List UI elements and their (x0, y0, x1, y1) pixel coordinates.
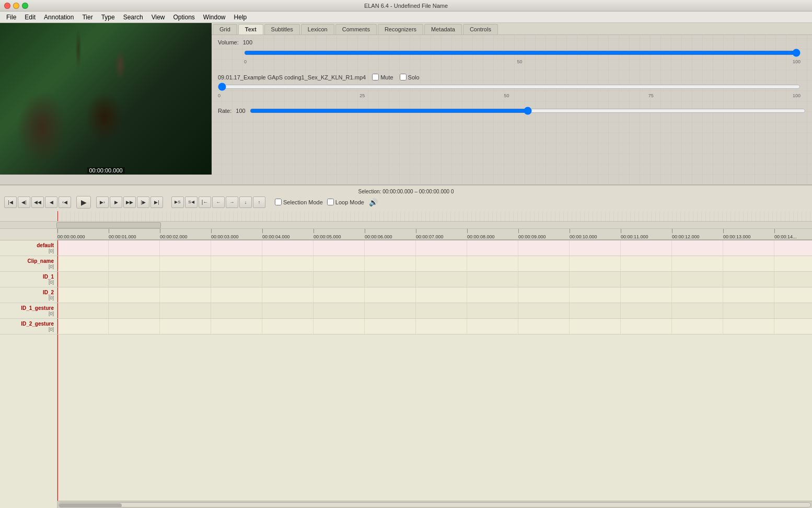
loop-mode-checkbox[interactable] (327, 199, 334, 205)
go-to-start-button[interactable]: |◀ (4, 197, 17, 208)
track-row-id1[interactable] (57, 272, 812, 287)
rate-slider[interactable] (250, 107, 806, 115)
tab-controls[interactable]: Controls (463, 24, 498, 34)
tick-label-2: 00:00:02.000 (160, 234, 188, 239)
timeline-main: default [0] Clip_name [0] ID_1 [0] ID_2 … (0, 229, 812, 508)
time-tick-7: 00:00:07.000 (416, 229, 444, 239)
media-volume-slider[interactable] (218, 83, 801, 91)
menu-item-options[interactable]: Options (169, 13, 199, 22)
tick-line-4 (262, 229, 263, 233)
track-row-default[interactable] (57, 240, 812, 256)
vol-tick-100: 100 (793, 59, 801, 64)
menu-item-file[interactable]: File (2, 13, 20, 22)
tick-line-6 (365, 229, 365, 233)
track-label-clipname: Clip_name [0] (0, 256, 57, 272)
go-to-end-button[interactable]: ▶| (150, 197, 163, 208)
close-button[interactable] (4, 3, 10, 9)
arrow-up-button[interactable]: ↑ (253, 197, 265, 208)
arrow-left-button[interactable]: ← (212, 197, 225, 208)
scrollbar-track (59, 502, 811, 507)
maximize-button[interactable] (22, 3, 28, 9)
prev-annotation-button[interactable]: ◀| (18, 197, 30, 208)
tab-recognizers[interactable]: Recognizers (378, 24, 423, 34)
transport-area: Selection: 00:00:00.000 – 00:00:00.000 0… (0, 185, 812, 211)
track-row-id2gesture[interactable] (57, 319, 812, 334)
menu-item-search[interactable]: Search (119, 13, 147, 22)
time-tick-13: 00:00:13.000 (723, 229, 751, 239)
tab-comments[interactable]: Comments (335, 24, 377, 34)
zoom-strip (0, 222, 812, 229)
tick-label-12: 00:00:12.000 (672, 234, 700, 239)
prev-scroll-button[interactable]: ‹◀ (59, 197, 71, 208)
mute-checkbox[interactable] (372, 74, 379, 80)
menu-item-type[interactable]: Type (97, 13, 119, 22)
menu-item-help[interactable]: Help (230, 13, 251, 22)
track-label-id1gesture: ID_1_gesture [0] (0, 303, 57, 319)
tick-label-5: 00:00:05.000 (314, 234, 341, 239)
scrollbar-thumb[interactable] (59, 503, 122, 507)
menu-item-tier[interactable]: Tier (78, 13, 97, 22)
tick-label-10: 00:00:10.000 (570, 234, 597, 239)
tab-lexicon[interactable]: Lexicon (301, 24, 334, 34)
arrow-down-button[interactable]: ↓ (239, 197, 252, 208)
menu-item-annotation[interactable]: Annotation (40, 13, 78, 22)
selection-mode-label[interactable]: Selection Mode (275, 199, 323, 205)
solo-label[interactable]: Solo (400, 74, 420, 80)
volume-slider[interactable] (244, 49, 801, 57)
tab-text[interactable]: Text (238, 24, 263, 34)
frame-forward-button[interactable]: ▶ (110, 197, 122, 208)
menu-item-view[interactable]: View (147, 13, 169, 22)
tab-subtitles[interactable]: Subtitles (264, 24, 300, 34)
solo-checkbox[interactable] (400, 74, 407, 80)
window-title: ELAN 6.4 - Undefined File Name (364, 3, 448, 9)
step-forward-button[interactable]: ▶▶ (123, 197, 136, 208)
mute-label[interactable]: Mute (372, 74, 393, 80)
volume-row: Volume: 100 (218, 39, 806, 45)
tick-label-4: 00:00:04.000 (262, 234, 290, 239)
video-panel: 00:00:00.000 (0, 23, 212, 175)
rate-value: 100 (236, 108, 245, 114)
time-tick-14: 00:00:14... (774, 229, 797, 239)
step-back-button[interactable]: ◀◀ (31, 197, 44, 208)
zoom-thumb[interactable] (56, 222, 161, 228)
next-annotation-button[interactable]: |▶ (137, 197, 149, 208)
track-row-clipname[interactable] (57, 256, 812, 272)
waveform-strip (0, 211, 812, 222)
media-slider-area: 0 25 50 75 100 (218, 83, 801, 98)
main-container: 00:00:00.000 Grid Text Subtitles Lexicon… (0, 23, 812, 508)
next-scroll-button[interactable]: ▶› (96, 197, 109, 208)
time-tick-1: 00:00:01.000 (109, 229, 136, 239)
selection-mode-checkbox[interactable] (275, 199, 282, 205)
tick-line-8 (467, 229, 468, 233)
tick-label-9: 00:00:09.000 (518, 234, 546, 239)
tick-line-12 (672, 229, 672, 233)
menu-item-window[interactable]: Window (199, 13, 230, 22)
timeline-empty-area (57, 334, 812, 501)
horizontal-scrollbar[interactable] (57, 501, 812, 508)
end-selection-button[interactable]: S◀ (185, 197, 198, 208)
tab-metadata[interactable]: Metadata (424, 24, 462, 34)
minimize-button[interactable] (13, 3, 19, 9)
track-row-id2[interactable] (57, 287, 812, 303)
transport-buttons: |◀ ◀| ◀◀ ◀ ‹◀ ▶ ▶› ▶ ▶▶ |▶ ▶| ▶S S◀ |← ←… (0, 196, 812, 209)
loop-mode-label[interactable]: Loop Mode (327, 199, 364, 205)
time-tick-3: 00:00:03.000 (211, 229, 239, 239)
arrow-right-button[interactable]: → (226, 197, 238, 208)
play-button[interactable]: ▶ (76, 196, 91, 209)
menu-item-edit[interactable]: Edit (20, 13, 40, 22)
frame-back-button[interactable]: ◀ (45, 197, 57, 208)
tick-label-1: 00:00:01.000 (109, 234, 136, 239)
time-tick-9: 00:00:09.000 (518, 229, 546, 239)
track-label-default: default [0] (0, 240, 57, 256)
speaker-icon[interactable]: 🔊 (368, 197, 379, 207)
tick-label-3: 00:00:03.000 (211, 234, 239, 239)
tab-grid[interactable]: Grid (213, 24, 237, 34)
begin-selection-button[interactable]: ▶S (171, 197, 184, 208)
volume-slider-area: 0 50 100 (244, 49, 801, 64)
track-row-id1gesture[interactable] (57, 303, 812, 319)
center-selection-button[interactable]: |← (199, 197, 211, 208)
timeline-scroll-container[interactable]: 00:00:00.00000:00:01.00000:00:02.00000:0… (57, 229, 812, 508)
tick-label-7: 00:00:07.000 (416, 234, 444, 239)
volume-label: Volume: (218, 39, 239, 45)
tick-label-11: 00:00:11.000 (621, 234, 648, 239)
